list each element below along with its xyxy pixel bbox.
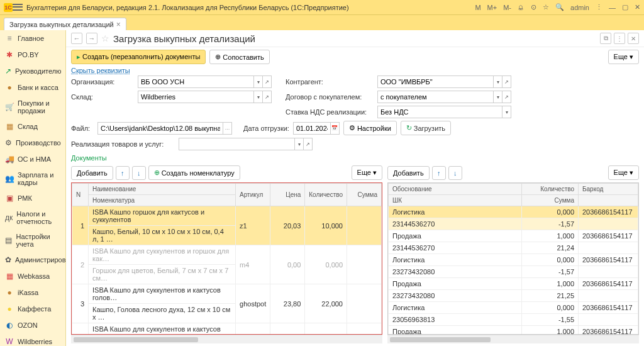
real-input[interactable] <box>179 138 295 150</box>
sidebar-item[interactable]: 👥Зарплата и кадры <box>0 167 65 190</box>
search-icon[interactable]: 🔍 <box>555 3 564 11</box>
sidebar-item[interactable]: WWildberries <box>0 333 65 346</box>
sidebar-icon: ▣ <box>5 194 14 203</box>
create-nomenclature-button[interactable]: ⊕ Создать номенклатуру <box>148 165 240 180</box>
bell-icon[interactable]: 🕭 <box>518 4 525 11</box>
create-button[interactable]: ▸ Создать (перезаполнить) документы <box>71 50 206 64</box>
file-input[interactable] <box>97 122 223 135</box>
sidebar-item[interactable]: ⚙Производство <box>0 135 65 151</box>
sidebar-item[interactable]: ▦Webkassa <box>0 268 65 284</box>
tab-close-icon[interactable]: × <box>116 20 121 29</box>
page-close-icon[interactable]: ✕ <box>628 33 639 44</box>
right-grid[interactable]: Обоснование Количество Баркод ШК Сумма Л… <box>387 182 639 335</box>
right-more-button[interactable]: Еще ▾ <box>608 165 639 180</box>
sidebar-label: Настройки учета <box>16 233 60 248</box>
nav-forward[interactable]: → <box>86 33 97 44</box>
date-picker-icon[interactable]: 📅 <box>331 122 340 135</box>
right-scrollbar[interactable] <box>387 335 639 343</box>
close-icon[interactable]: ✕ <box>635 3 640 11</box>
tab-active[interactable]: Загрузка выкупных детализаций × <box>4 18 126 31</box>
table-row[interactable]: Продажа1,0002036686154117 <box>389 326 638 335</box>
menu-icon[interactable] <box>13 3 23 12</box>
sidebar-item[interactable]: дкНалоги и отчетность <box>0 206 65 229</box>
sidebar-label: Webkassa <box>18 272 50 280</box>
table-row[interactable]: Логистика0,0002036686154117 <box>389 254 638 266</box>
sidebar-label: PO.BY <box>18 51 39 59</box>
left-up-button[interactable]: ↑ <box>116 166 130 180</box>
table-row[interactable]: 23144536270-1,57 <box>389 218 638 230</box>
sidebar-item[interactable]: ◐OZON <box>0 317 65 333</box>
table-row[interactable]: 2ISBA Кашпо для суккулентов и горшок для… <box>72 245 382 265</box>
sidebar-item[interactable]: ▦Склад <box>0 118 65 135</box>
table-row[interactable]: 1ISBA Кашпо горшок для кактусов и суккул… <box>72 206 382 226</box>
minimize-icon[interactable]: — <box>609 4 616 11</box>
org-input[interactable] <box>138 75 254 88</box>
sidebar-item[interactable]: ▣РМК <box>0 190 65 206</box>
org-dropdown[interactable]: ▾ <box>254 75 263 88</box>
table-row[interactable]: Логистика0,0002036686154117 <box>389 302 638 314</box>
sidebar: ≡Главное✱PO.BY↗Руководителю●Банк и касса… <box>0 30 66 346</box>
compare-button[interactable]: ⊕ Сопоставить <box>209 50 269 64</box>
favorite-icon[interactable]: ☆ <box>101 33 109 43</box>
table-row[interactable]: Продажа1,0002036686154117 <box>389 278 638 290</box>
sidebar-item[interactable]: ▤Настройки учета <box>0 229 65 252</box>
left-grid[interactable]: N Наименование Артикул Цена Количество С… <box>71 182 382 335</box>
warehouse-input[interactable] <box>138 91 254 103</box>
left-add-button[interactable]: Добавить <box>71 166 113 180</box>
left-more-button[interactable]: Еще ▾ <box>352 165 382 180</box>
sidebar-item[interactable]: ✱PO.BY <box>0 47 65 63</box>
warehouse-dropdown[interactable]: ▾ <box>254 91 263 103</box>
clock-icon[interactable]: ⊙ <box>531 3 536 11</box>
contr-open[interactable]: ↗ <box>502 75 511 88</box>
table-row[interactable]: 2327343208021,25 <box>389 290 638 302</box>
star-icon[interactable]: ☆ <box>543 3 549 11</box>
col-qty: Количество <box>305 184 347 206</box>
table-row[interactable]: Логистика0,0002036686154117 <box>389 206 638 218</box>
contract-dropdown[interactable]: ▾ <box>494 91 502 103</box>
nav-back[interactable]: ← <box>71 33 82 44</box>
date-input[interactable] <box>293 122 331 135</box>
load-button[interactable]: ↻ Загрузить <box>401 121 451 135</box>
memory-m[interactable]: M <box>475 4 480 11</box>
user-name[interactable]: admin <box>570 4 589 11</box>
vat-input[interactable] <box>377 106 502 118</box>
sidebar-item[interactable]: ●iKassa <box>0 284 65 301</box>
right-down-button[interactable]: ↓ <box>448 166 462 180</box>
table-row[interactable]: 23273432080-1,57 <box>389 266 638 278</box>
table-row[interactable]: 3ISBA Кашпо для суккулентов и кактусов г… <box>72 284 382 304</box>
hide-details-link[interactable]: Скрыть реквизиты <box>66 67 644 74</box>
vat-dropdown[interactable]: ▾ <box>502 106 511 118</box>
left-scrollbar[interactable] <box>71 335 382 343</box>
contract-input[interactable] <box>377 91 494 103</box>
memory-minus[interactable]: M- <box>503 4 511 11</box>
table-row[interactable]: 2314453627021,24 <box>389 242 638 254</box>
table-row[interactable]: 23056963813-1,55 <box>389 314 638 326</box>
right-up-button[interactable]: ↑ <box>432 166 446 180</box>
sidebar-item[interactable]: ●Банк и касса <box>0 79 65 96</box>
table-row[interactable]: 4ISBA Кашпо для суккулентов и кактусов г… <box>72 323 382 335</box>
sidebar-item[interactable]: ●Каффеста <box>0 301 65 317</box>
menu-dots-icon[interactable]: ⋮ <box>614 33 625 44</box>
warehouse-open[interactable]: ↗ <box>263 91 272 103</box>
contr-dropdown[interactable]: ▾ <box>494 75 502 88</box>
org-open[interactable]: ↗ <box>263 75 272 88</box>
settings-button[interactable]: ⚙ Настройки <box>343 121 397 135</box>
col-shk: ШК <box>389 195 522 206</box>
more-button[interactable]: Еще ▾ <box>608 50 639 64</box>
sidebar-item[interactable]: 🛒Покупки и продажи <box>0 96 65 118</box>
memory-plus[interactable]: M+ <box>487 4 497 11</box>
contract-open[interactable]: ↗ <box>502 91 511 103</box>
real-open[interactable]: ↗ <box>304 138 313 150</box>
open-external-icon[interactable]: ⧉ <box>600 33 611 44</box>
contr-input[interactable] <box>377 75 494 88</box>
file-browse[interactable]: … <box>223 122 232 135</box>
maximize-icon[interactable]: ▢ <box>622 3 628 11</box>
left-down-button[interactable]: ↓ <box>132 166 146 180</box>
right-add-button[interactable]: Добавить <box>387 166 430 180</box>
sidebar-item[interactable]: ↗Руководителю <box>0 63 65 79</box>
sidebar-item[interactable]: ≡Главное <box>0 30 65 47</box>
real-dropdown[interactable]: ▾ <box>295 138 304 150</box>
sidebar-item[interactable]: ✿Администрирование <box>0 252 65 268</box>
sidebar-item[interactable]: 🚚ОС и НМА <box>0 151 65 167</box>
table-row[interactable]: Продажа1,0002036686154117 <box>389 230 638 242</box>
